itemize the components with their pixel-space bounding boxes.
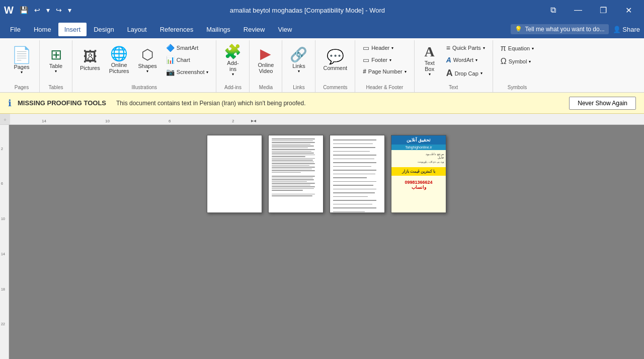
addins-dropdown-icon: ▾ xyxy=(232,72,234,77)
document-area[interactable]: تحقیق آنلاین Tahghighonline.ir مرجع دانل… xyxy=(9,125,644,359)
ribbon-group-links: 🔗 Links ▾ Links xyxy=(282,40,315,92)
shapes-button[interactable]: ⬡ Shapes ▾ xyxy=(135,42,160,79)
shapes-icon: ⬡ xyxy=(141,48,153,62)
ribbon-group-comments: 💬 Comment Comments xyxy=(315,40,355,92)
page-number-button[interactable]: # Page Number ▾ xyxy=(359,66,410,77)
text-line xyxy=(333,155,376,156)
save-button[interactable]: 💾 xyxy=(18,5,30,15)
pictures-label: Pictures xyxy=(80,65,100,71)
undo-button[interactable]: ↩ xyxy=(32,5,42,15)
text-line xyxy=(333,139,376,140)
notification-icon: ℹ xyxy=(8,98,12,109)
quick-access-dropdown-button[interactable]: ▾ xyxy=(66,5,73,15)
tell-me-search[interactable]: 💡 Tell me what you want to do... xyxy=(511,24,609,34)
ribbon-toggle-button[interactable]: ⧉ xyxy=(541,3,565,18)
title-bar: W 💾 ↩ ▾ ↪ ▾ amaliat beytol moghadas [Com… xyxy=(0,0,644,20)
menu-home[interactable]: Home xyxy=(28,23,57,36)
menu-file[interactable]: File xyxy=(4,23,27,36)
equation-button[interactable]: π Equation ▾ xyxy=(497,42,537,54)
text-line xyxy=(333,181,376,182)
screenshot-button[interactable]: 📷 Screenshot ▾ xyxy=(163,66,212,78)
header-dropdown-icon: ▾ xyxy=(391,46,393,50)
online-video-button[interactable]: ▶ OnlineVideo xyxy=(254,42,278,79)
text-line xyxy=(333,166,371,167)
screenshot-icon: 📷 xyxy=(166,68,175,76)
never-show-again-button[interactable]: Never Show Again xyxy=(569,97,636,110)
text-line xyxy=(333,196,368,197)
page-thumbnail-2[interactable] xyxy=(268,135,324,213)
drop-cap-icon: A xyxy=(446,68,453,79)
online-video-label: OnlineVideo xyxy=(258,62,274,74)
page-thumbnail-4[interactable]: تحقیق آنلاین Tahghighonline.ir مرجع دانل… xyxy=(391,135,446,213)
menu-references[interactable]: References xyxy=(154,23,199,36)
comment-button[interactable]: 💬 Comment xyxy=(319,42,351,79)
menu-view[interactable]: View xyxy=(272,23,298,36)
links-button[interactable]: 🔗 Links ▾ xyxy=(286,42,311,79)
ribbon-group-addins: 🧩 Add-ins ▾ Add-ins xyxy=(216,40,250,92)
word-logo-icon: W xyxy=(4,5,14,16)
text-line xyxy=(272,160,313,161)
text-box-button[interactable]: A TextBox ▾ xyxy=(419,42,441,79)
page4-site: Tahghighonline.ir xyxy=(406,146,432,149)
wordart-button[interactable]: A WordArt ▾ xyxy=(443,54,489,65)
page-thumbnail-3[interactable] xyxy=(330,135,385,213)
drop-cap-button[interactable]: A Drop Cap ▾ xyxy=(443,66,489,80)
pictures-button[interactable]: 🖼 Pictures xyxy=(76,42,104,79)
text-line xyxy=(333,192,375,193)
menu-design[interactable]: Design xyxy=(88,23,120,36)
page4-subtitle: Tahghighonline.ir xyxy=(391,145,446,150)
text-line xyxy=(272,167,315,168)
header-footer-buttons: ▭ Header ▾ ▭ Footer ▾ # Page Number ▾ xyxy=(359,42,410,83)
online-pictures-button[interactable]: 🌐 OnlinePictures xyxy=(106,42,133,79)
quick-parts-button[interactable]: ≡ Quick Parts ▾ xyxy=(443,42,489,53)
header-button[interactable]: ▭ Header ▾ xyxy=(359,42,410,53)
text-line xyxy=(333,211,365,212)
symbols-buttons: π Equation ▾ Ω Symbol ▾ xyxy=(497,42,537,83)
redo-button[interactable]: ↪ xyxy=(54,5,64,15)
menu-bar: File Home Insert Design Layout Reference… xyxy=(0,20,644,38)
smartart-button[interactable]: 🔷 SmartArt xyxy=(163,42,212,53)
menu-layout[interactable]: Layout xyxy=(121,23,153,36)
symbols-col: π Equation ▾ Ω Symbol ▾ xyxy=(497,42,537,67)
minimize-button[interactable]: — xyxy=(567,3,590,18)
quick-parts-label: Quick Parts xyxy=(452,45,481,51)
table-button[interactable]: ⊞ Table ▾ xyxy=(44,42,68,79)
ruler-mark-6: 6 xyxy=(169,119,171,123)
text-line xyxy=(272,162,314,163)
pages-group-label: Pages xyxy=(15,83,29,90)
footer-label: Footer xyxy=(371,57,387,63)
text-line xyxy=(333,151,370,152)
text-line xyxy=(272,153,314,154)
pages-label: Pages xyxy=(14,64,29,70)
text-line xyxy=(272,151,311,152)
menu-mailings[interactable]: Mailings xyxy=(200,23,236,36)
ribbon-group-header-footer: ▭ Header ▾ ▭ Footer ▾ # Page Number ▾ He… xyxy=(355,40,415,92)
page2-text-lines xyxy=(272,138,320,196)
ruler-mark-14: 14 xyxy=(42,119,46,123)
document-title: amaliat beytol moghadas [Compatibility M… xyxy=(73,7,541,14)
pages-button[interactable]: 📄 Pages ▾ xyxy=(8,42,35,79)
chart-button[interactable]: 📊 Chart xyxy=(163,54,212,65)
page4-phone: 09981366624 xyxy=(393,180,444,185)
tables-buttons: ⊞ Table ▾ xyxy=(44,42,68,83)
addins-button[interactable]: 🧩 Add-ins ▾ xyxy=(220,42,245,79)
menu-review[interactable]: Review xyxy=(237,23,271,36)
page3-text-lines xyxy=(333,138,381,212)
symbol-button[interactable]: Ω Symbol ▾ xyxy=(497,55,537,67)
maximize-button[interactable]: ❐ xyxy=(592,3,615,18)
page4-suffix: وانساب xyxy=(393,185,444,190)
indent-icon: ⬦ xyxy=(4,116,7,122)
v-ruler-22: 22 xyxy=(1,322,5,326)
text-line xyxy=(272,165,309,166)
header-label: Header xyxy=(371,45,389,51)
undo-dropdown-button[interactable]: ▾ xyxy=(44,5,52,15)
ribbon-group-text: A TextBox ▾ ≡ Quick Parts ▾ A WordArt ▾ … xyxy=(415,40,493,92)
page-thumbnail-1[interactable] xyxy=(207,135,262,213)
text-line xyxy=(272,190,303,191)
footer-button[interactable]: ▭ Footer ▾ xyxy=(359,54,410,65)
share-button[interactable]: 👤 Share xyxy=(613,26,640,33)
ruler-scale[interactable]: 14 10 6 2 ▸◂ xyxy=(10,114,644,124)
menu-insert[interactable]: Insert xyxy=(58,23,87,36)
close-button[interactable]: ✕ xyxy=(617,3,640,18)
text-line xyxy=(272,183,315,184)
